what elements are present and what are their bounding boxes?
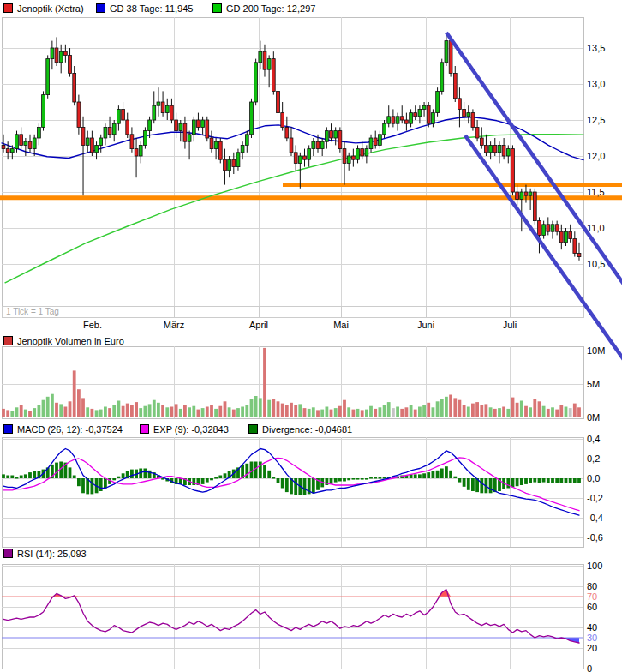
svg-text:10,5: 10,5 <box>587 259 605 269</box>
divergence-swatch-icon <box>248 424 258 434</box>
svg-text:60: 60 <box>587 602 597 612</box>
legend-macd: MACD (26, 12): -0,37524 <box>3 423 123 435</box>
svg-text:80: 80 <box>587 581 597 591</box>
svg-text:Feb.: Feb. <box>83 320 102 330</box>
legend-rsi: RSI (14): 25,093 <box>3 548 87 559</box>
svg-text:70: 70 <box>587 591 597 602</box>
tick-note: 1 Tick = 1 Tag <box>6 307 59 316</box>
svg-text:12,0: 12,0 <box>587 151 605 161</box>
svg-text:0,4: 0,4 <box>587 434 600 444</box>
legend-exp-label: EXP (9): -0,32843 <box>153 424 229 435</box>
svg-text:30: 30 <box>587 633 597 643</box>
legend-volume-label: Jenoptik Volumen in Euro <box>17 336 124 346</box>
svg-text:Juni: Juni <box>417 320 434 330</box>
svg-text:13,0: 13,0 <box>587 79 605 89</box>
svg-text:März: März <box>164 320 184 330</box>
macd-swatch-icon <box>3 424 13 434</box>
legend-gd200-label: GD 200 Tage: 12,297 <box>226 3 315 14</box>
exp-swatch-icon <box>140 424 149 434</box>
svg-text:5M: 5M <box>587 379 600 389</box>
svg-text:Mai: Mai <box>333 320 349 330</box>
svg-text:13,5: 13,5 <box>587 43 605 53</box>
volume-swatch-icon <box>3 336 13 345</box>
svg-text:11,5: 11,5 <box>587 187 605 197</box>
svg-text:0M: 0M <box>587 412 600 423</box>
gd38-swatch-icon <box>96 3 105 13</box>
legend-volume: Jenoptik Volumen in Euro <box>3 335 124 346</box>
svg-text:0,0: 0,0 <box>587 473 600 483</box>
svg-text:April: April <box>249 320 268 330</box>
legend-gd38-label: GD 38 Tage: 11,945 <box>110 3 193 14</box>
rsi-swatch-icon <box>3 549 13 558</box>
svg-text:40: 40 <box>587 622 597 633</box>
legend-gd38: GD 38 Tage: 11,945 <box>96 3 193 14</box>
svg-text:12,5: 12,5 <box>587 115 605 125</box>
svg-text:0: 0 <box>587 663 592 672</box>
svg-text:0,2: 0,2 <box>587 453 600 464</box>
chart-page: { "colors": { "candle_up": "#10c010", "c… <box>0 0 622 672</box>
legend-rsi-label: RSI (14): 25,093 <box>17 549 87 559</box>
legend-divergence: Divergence: -0,04681 <box>248 423 352 435</box>
legend-macd-label: MACD (26, 12): -0,37524 <box>17 424 123 435</box>
svg-text:20: 20 <box>587 643 597 653</box>
legend-gd200: GD 200 Tage: 12,297 <box>212 3 315 14</box>
svg-text:-0,6: -0,6 <box>587 532 603 543</box>
legend-main-symbol: Jenoptik (Xetra) <box>3 3 84 14</box>
gd200-swatch-icon <box>212 3 222 13</box>
symbol-swatch-icon <box>3 3 13 13</box>
svg-text:Juli: Juli <box>503 320 517 330</box>
legend-divergence-label: Divergence: -0,04681 <box>262 424 352 435</box>
svg-text:10M: 10M <box>587 345 605 356</box>
svg-text:11,0: 11,0 <box>587 223 605 233</box>
svg-text:-0,2: -0,2 <box>587 493 603 503</box>
legend-main-symbol-label: Jenoptik (Xetra) <box>17 3 84 14</box>
svg-text:100: 100 <box>587 561 602 571</box>
legend-exp: EXP (9): -0,32843 <box>140 423 229 435</box>
svg-text:-0,4: -0,4 <box>587 513 603 523</box>
